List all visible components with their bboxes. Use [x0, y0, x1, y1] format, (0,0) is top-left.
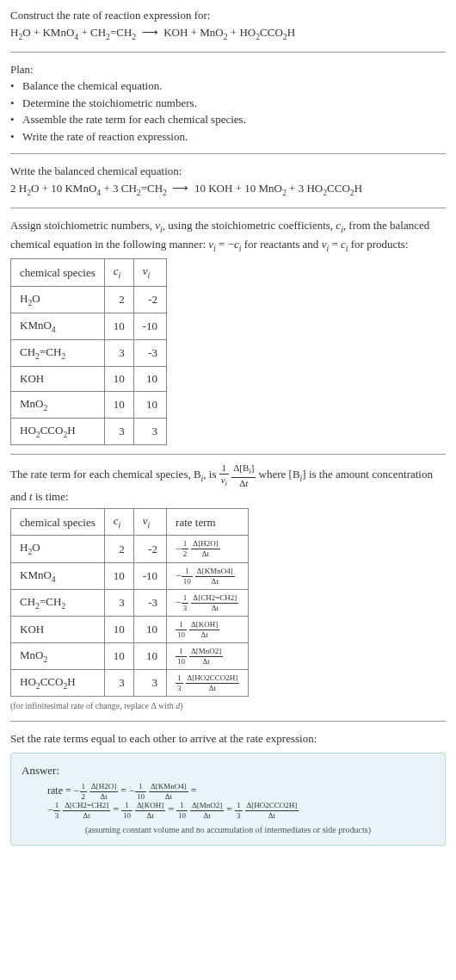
problem-prompt: Construct the rate of reaction expressio… [10, 7, 446, 24]
cell-species: MnO2 [11, 642, 105, 669]
table-row: KOH1010 [11, 367, 167, 392]
plan-item-text: Balance the chemical equation. [22, 78, 162, 95]
cell-rate-term: −13 Δ[CH2=CH2]Δt [167, 589, 249, 616]
divider [10, 52, 446, 53]
cell-vi: 10 [133, 642, 166, 669]
plan-section: Plan: •Balance the chemical equation.•De… [10, 61, 446, 146]
bullet-icon: • [10, 128, 19, 146]
cell-vi: -3 [133, 340, 166, 367]
answer-equation: rate = −12 Δ[H2O]Δt = −110 Δ[KMnO4]Δt = … [22, 782, 434, 820]
cell-ci: 3 [104, 418, 133, 444]
final-section: Set the rate terms equal to each other t… [10, 730, 446, 846]
unbalanced-equation: H2O + KMnO4 + CH2=CH2 ⟶ KOH + MnO2 + HO2… [10, 24, 446, 43]
intro-frac-coef: 1 νi [219, 463, 229, 488]
table-row: H2O2-2−12 Δ[H2O]Δt [11, 536, 249, 562]
cell-ci: 10 [104, 367, 133, 392]
cell-vi: 10 [133, 391, 166, 418]
cell-species: HO2CCO2H [11, 418, 105, 444]
answer-note: (assuming constant volume and no accumul… [22, 823, 434, 836]
rate-term-intro: The rate term for each chemical species,… [10, 463, 446, 505]
cell-vi: -3 [133, 589, 166, 616]
divider [10, 721, 446, 722]
balanced-equation: 2 H2O + 10 KMnO4 + 3 CH2=CH2 ⟶ 10 KOH + … [10, 180, 446, 199]
stoich-table: chemical species ci νi H2O2-2KMnO410-10C… [10, 258, 167, 445]
cell-vi: 3 [133, 418, 166, 444]
table-row: KMnO410-10 [11, 313, 167, 339]
cell-species: MnO2 [11, 391, 105, 418]
cell-species: KMnO4 [11, 313, 105, 339]
cell-ci: 10 [104, 313, 133, 339]
table-row: MnO21010 [11, 391, 167, 418]
plan-title: Plan: [10, 61, 446, 78]
bullet-icon: • [10, 95, 19, 112]
plan-item-text: Determine the stoichiometric numbers. [22, 95, 197, 112]
cell-ci: 10 [104, 617, 133, 643]
divider [10, 208, 446, 208]
intro-frac-delta: Δ[Bi] Δt [231, 463, 256, 488]
table-row: MnO21010110 Δ[MnO2]Δt [11, 642, 249, 669]
final-intro: Set the rate terms equal to each other t… [10, 730, 446, 747]
cell-species: H2O [11, 286, 105, 313]
divider [10, 153, 446, 154]
table-row: H2O2-2 [11, 286, 167, 313]
cell-ci: 3 [104, 670, 133, 697]
plan-item: •Assemble the rate term for each chemica… [10, 111, 446, 128]
answer-label: Answer: [22, 762, 434, 779]
rate-prefix: rate = [47, 785, 74, 797]
table-header-row: chemical species ci νi rate term [11, 509, 249, 536]
cell-ci: 10 [104, 642, 133, 669]
col-ci: ci [104, 259, 133, 286]
balanced-title: Write the balanced chemical equation: [10, 163, 446, 180]
cell-ci: 2 [104, 536, 133, 562]
cell-rate-term: 110 Δ[KOH]Δt [167, 617, 249, 643]
rate-term-section: The rate term for each chemical species,… [10, 463, 446, 712]
divider [10, 454, 446, 455]
col-vi: νi [133, 509, 166, 536]
bullet-icon: • [10, 111, 19, 128]
cell-species: H2O [11, 536, 105, 562]
cell-species: CH2=CH2 [11, 340, 105, 367]
plan-item: •Balance the chemical equation. [10, 78, 446, 95]
balanced-section: Write the balanced chemical equation: 2 … [10, 163, 446, 199]
cell-species: HO2CCO2H [11, 670, 105, 697]
cell-species: KMnO4 [11, 562, 105, 589]
rate-note: (for infinitesimal rate of change, repla… [10, 699, 446, 712]
table-row: HO2CCO2H3313 Δ[HO2CCO2H]Δt [11, 670, 249, 697]
table-header-row: chemical species ci νi [11, 259, 167, 286]
plan-item: •Determine the stoichiometric numbers. [10, 95, 446, 112]
cell-vi: -10 [133, 562, 166, 589]
rate-term-table: chemical species ci νi rate term H2O2-2−… [10, 508, 249, 697]
cell-ci: 10 [104, 391, 133, 418]
table-row: CH2=CH23-3 [11, 340, 167, 367]
cell-rate-term: −12 Δ[H2O]Δt [167, 536, 249, 562]
table-row: KMnO410-10−110 Δ[KMnO4]Δt [11, 562, 249, 589]
cell-vi: 10 [133, 367, 166, 392]
stoich-section: Assign stoichiometric numbers, νi, using… [10, 217, 446, 445]
cell-vi: -10 [133, 313, 166, 339]
bullet-icon: • [10, 78, 19, 95]
table-row: KOH1010110 Δ[KOH]Δt [11, 617, 249, 643]
cell-species: KOH [11, 367, 105, 392]
col-species: chemical species [11, 259, 105, 286]
col-species: chemical species [11, 509, 105, 536]
cell-vi: 3 [133, 670, 166, 697]
col-vi: νi [133, 259, 166, 286]
cell-rate-term: −110 Δ[KMnO4]Δt [167, 562, 249, 589]
cell-vi: -2 [133, 536, 166, 562]
col-rate: rate term [167, 509, 249, 536]
cell-species: CH2=CH2 [11, 589, 105, 616]
plan-item-text: Write the rate of reaction expression. [22, 128, 188, 146]
answer-box: Answer: rate = −12 Δ[H2O]Δt = −110 Δ[KMn… [10, 753, 446, 846]
stoich-intro: Assign stoichiometric numbers, νi, using… [10, 217, 446, 255]
table-row: CH2=CH23-3−13 Δ[CH2=CH2]Δt [11, 589, 249, 616]
cell-ci: 3 [104, 340, 133, 367]
col-ci: ci [104, 509, 133, 536]
cell-rate-term: 110 Δ[MnO2]Δt [167, 642, 249, 669]
cell-ci: 10 [104, 562, 133, 589]
cell-species: KOH [11, 617, 105, 643]
plan-item-text: Assemble the rate term for each chemical… [22, 111, 246, 128]
plan-item: •Write the rate of reaction expression. [10, 128, 446, 146]
cell-ci: 3 [104, 589, 133, 616]
table-row: HO2CCO2H33 [11, 418, 167, 444]
problem-header: Construct the rate of reaction expressio… [10, 7, 446, 43]
